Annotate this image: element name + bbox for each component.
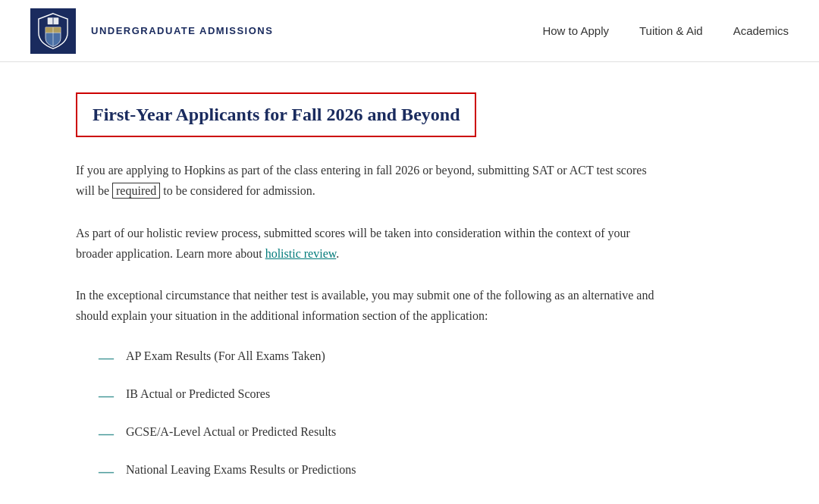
site-title: UNDERGRADUATE ADMISSIONS xyxy=(91,25,273,36)
paragraph-1: If you are applying to Hopkins as part o… xyxy=(76,160,667,201)
list-item-label: National Leaving Exams Results or Predic… xyxy=(126,461,356,479)
university-logo xyxy=(30,8,76,54)
paragraph-2: As part of our holistic review process, … xyxy=(76,223,667,264)
list-dash-icon: — xyxy=(99,423,114,444)
header-left: UNDERGRADUATE ADMISSIONS xyxy=(30,8,273,54)
page-title: First-Year Applicants for Fall 2026 and … xyxy=(93,103,460,127)
list-item-label: AP Exam Results (For All Exams Taken) xyxy=(126,347,325,365)
holistic-review-link[interactable]: holistic review xyxy=(265,247,337,260)
list-dash-icon: — xyxy=(99,347,114,368)
main-nav: How to Apply Tuition & Aid Academics xyxy=(542,24,789,37)
list-item-label: IB Actual or Predicted Scores xyxy=(126,385,270,403)
nav-how-to-apply[interactable]: How to Apply xyxy=(542,24,609,37)
nav-academics[interactable]: Academics xyxy=(733,24,789,37)
paragraph-3-block: In the exceptional circumstance that nei… xyxy=(76,285,667,326)
required-highlight: required xyxy=(112,183,160,199)
paragraph-2-end: . xyxy=(336,247,339,260)
main-content: First-Year Applicants for Fall 2026 and … xyxy=(0,62,743,504)
list-dash-icon: — xyxy=(99,461,114,482)
nav-tuition-aid[interactable]: Tuition & Aid xyxy=(639,24,703,37)
paragraph-2-block: As part of our holistic review process, … xyxy=(76,223,667,264)
paragraph-3: In the exceptional circumstance that nei… xyxy=(76,285,667,326)
page-heading-box: First-Year Applicants for Fall 2026 and … xyxy=(76,92,476,137)
paragraph-1-part2: to be considered for admission. xyxy=(160,184,315,197)
list-item: — AP Exam Results (For All Exams Taken) xyxy=(76,347,667,368)
list-dash-icon: — xyxy=(99,385,114,406)
list-item-label: GCSE/A-Level Actual or Predicted Results xyxy=(126,423,336,441)
header: UNDERGRADUATE ADMISSIONS How to Apply Tu… xyxy=(0,0,819,62)
paragraph-1-block: If you are applying to Hopkins as part o… xyxy=(76,160,667,201)
list-item: — GCSE/A-Level Actual or Predicted Resul… xyxy=(76,423,667,444)
paragraph-2-text: As part of our holistic review process, … xyxy=(76,227,630,260)
list-item: — IB Actual or Predicted Scores xyxy=(76,385,667,406)
list-item: — National Leaving Exams Results or Pred… xyxy=(76,461,667,482)
alternatives-list: — AP Exam Results (For All Exams Taken) … xyxy=(76,347,667,482)
